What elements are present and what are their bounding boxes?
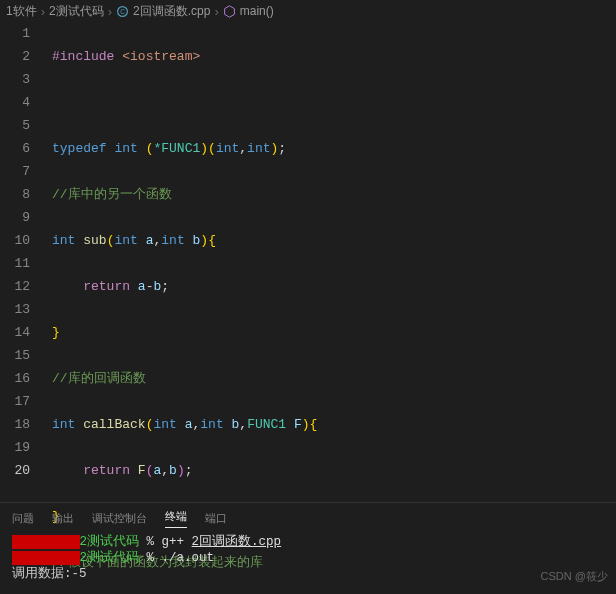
terminal-dir: 2测试代码 — [80, 535, 140, 549]
terminal-user: XXXXXXXXX — [12, 535, 80, 549]
terminal-user: XXXXXXXXX — [12, 551, 80, 565]
tab-debug-console[interactable]: 调试控制台 — [92, 511, 147, 526]
svg-text:C: C — [120, 7, 125, 14]
watermark: CSDN @筱少 — [541, 568, 608, 584]
tab-terminal[interactable]: 终端 — [165, 509, 187, 528]
chevron-right-icon: › — [214, 4, 218, 19]
chevron-right-icon: › — [41, 4, 45, 19]
terminal[interactable]: XXXXXXXXX2测试代码 % g++ 2回调函数.cpp XXXXXXXXX… — [0, 532, 616, 586]
chevron-right-icon: › — [108, 4, 112, 19]
breadcrumb-item[interactable]: C 2回调函数.cpp — [116, 3, 210, 20]
tab-ports[interactable]: 端口 — [205, 511, 227, 526]
function-icon — [223, 5, 236, 18]
cpp-file-icon: C — [116, 5, 129, 18]
terminal-output: 调用数据:-5 — [12, 567, 87, 581]
breadcrumb-item[interactable]: 1软件 — [6, 3, 37, 20]
code-editor[interactable]: 1 2 3 4 5 6 7 8 9 10 11 12 13 14 15 16 1… — [0, 22, 616, 502]
line-number-gutter: 1 2 3 4 5 6 7 8 9 10 11 12 13 14 15 16 1… — [0, 22, 44, 502]
breadcrumb: 1软件 › 2测试代码 › C 2回调函数.cpp › main() — [0, 0, 616, 22]
code-area[interactable]: #include <iostream> typedef int (*FUNC1)… — [44, 22, 616, 502]
terminal-dir: 2测试代码 — [80, 551, 140, 565]
terminal-file-link[interactable]: 2回调函数.cpp — [192, 535, 282, 549]
breadcrumb-item[interactable]: main() — [223, 4, 274, 18]
tab-problems[interactable]: 问题 — [12, 511, 34, 526]
breadcrumb-item[interactable]: 2测试代码 — [49, 3, 104, 20]
tab-output[interactable]: 输出 — [52, 511, 74, 526]
